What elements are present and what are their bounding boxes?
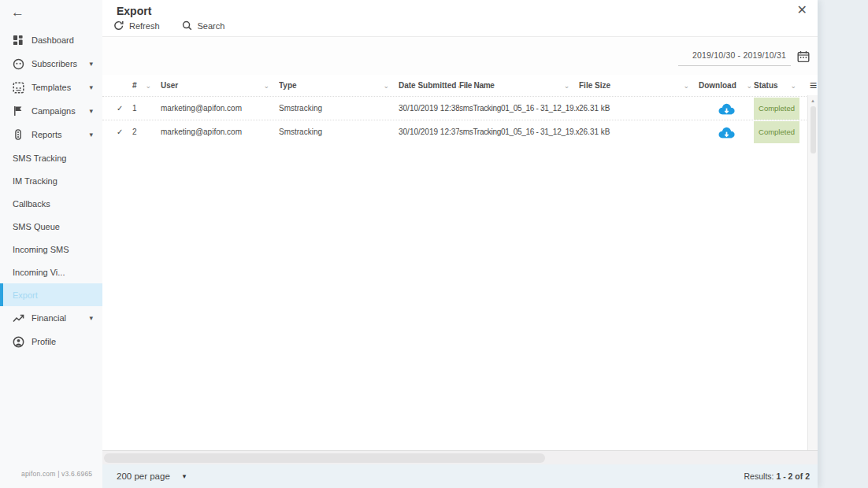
chevron-down-icon[interactable]: ⌄ — [746, 82, 752, 90]
sidebar-item-label: Incoming SMS — [13, 245, 69, 254]
per-page-dropdown[interactable]: 200 per page ▾ — [117, 471, 186, 481]
row-type: Smstracking — [279, 104, 399, 113]
pagination-footer: 200 per page ▾ Results: 1 - 2 of 2 — [102, 464, 818, 488]
search-button[interactable]: Search — [182, 20, 225, 31]
sidebar-item-label: Financial — [32, 313, 66, 323]
column-header-num[interactable]: # ⌄ — [132, 81, 161, 90]
column-header-file-name[interactable]: File Name ⌄ — [459, 81, 579, 90]
status-badge: Completed — [754, 98, 799, 120]
sidebar-item-label: IM Tracking — [13, 176, 57, 186]
column-header-file-size[interactable]: File Size ⌄ — [579, 81, 699, 90]
results-label: Results: — [744, 471, 774, 481]
sidebar-item-label: SMS Queue — [13, 222, 60, 231]
sidebar-item-incoming-viber[interactable]: Incoming Vi... — [0, 261, 102, 283]
row-file-size: 26.31 kB — [579, 104, 699, 113]
sidebar-item-financial[interactable]: Financial ▾ — [0, 306, 102, 330]
chevron-down-icon[interactable]: ▾ — [89, 60, 93, 68]
financial-chart-icon — [12, 312, 24, 324]
export-panel: Export Refresh Search ✕ 2019/10/30 - 201… — [102, 0, 818, 488]
row-file-name: smsTracking01_05_16 - 31_12_19.xlsx — [459, 104, 579, 113]
sidebar-item-label: Reports — [32, 130, 62, 139]
column-header-download[interactable]: Download ⌄ — [699, 81, 754, 90]
sidebar-item-label: Dashboard — [32, 35, 74, 45]
sidebar-item-sms-queue[interactable]: SMS Queue — [0, 215, 102, 238]
sidebar-item-reports[interactable]: Reports ▾ — [0, 123, 102, 146]
vertical-scrollbar-thumb[interactable] — [811, 106, 816, 153]
sidebar-item-export[interactable]: Export — [0, 283, 102, 306]
sidebar-item-label: Subscribers — [32, 59, 77, 68]
sidebar-item-label: Profile — [32, 337, 56, 346]
chevron-down-icon[interactable]: ▾ — [89, 131, 93, 139]
scroll-up-arrow-icon[interactable]: ▲ — [811, 98, 815, 103]
chevron-down-icon[interactable]: ⌄ — [564, 82, 569, 90]
chevron-down-icon[interactable]: ⌄ — [263, 82, 269, 90]
sidebar: ← Dashboard Subscribers ▾ Templates ▾ — [0, 0, 102, 488]
search-icon — [182, 20, 192, 31]
table-header-row: # ⌄ User ⌄ Type ⌄ Date Submitted ⌄... Fi… — [102, 75, 818, 96]
calendar-icon[interactable] — [797, 50, 810, 63]
chevron-down-icon[interactable]: ▾ — [89, 83, 93, 91]
chevron-down-icon[interactable]: ▾ — [89, 314, 93, 322]
sidebar-item-subscribers[interactable]: Subscribers ▾ — [0, 52, 102, 76]
panel-header: Export Refresh Search ✕ — [102, 0, 818, 37]
results-count: Results: 1 - 2 of 2 — [744, 471, 810, 481]
chevron-down-icon[interactable]: ⌄ — [683, 82, 689, 90]
dashboard-icon — [12, 34, 24, 46]
table-row[interactable]: ✓ 2 marketing@apifon.com Smstracking 30/… — [102, 120, 818, 143]
column-header-type[interactable]: Type ⌄ — [279, 81, 399, 90]
column-label: File Name — [459, 81, 495, 90]
row-type: Smstracking — [279, 128, 399, 136]
chevron-down-icon[interactable]: ⌄ — [790, 82, 796, 90]
sidebar-item-label: Incoming Vi... — [13, 268, 65, 277]
download-cloud-icon[interactable] — [717, 102, 736, 116]
templates-icon — [12, 81, 24, 94]
sidebar-item-templates[interactable]: Templates ▾ — [0, 76, 102, 99]
row-num: 2 — [132, 128, 161, 136]
app-version-text: apifon.com | v3.6.6965 — [21, 470, 92, 478]
back-arrow-icon[interactable]: ← — [11, 6, 24, 19]
sidebar-item-profile[interactable]: Profile — [0, 330, 102, 353]
results-value: 1 - 2 of 2 — [776, 471, 810, 481]
date-range-value[interactable]: 2019/10/30 - 2019/10/31 — [678, 50, 791, 66]
row-date-submitted: 30/10/2019 12:38 — [399, 104, 459, 113]
download-cloud-icon[interactable] — [717, 125, 736, 139]
row-check-icon[interactable]: ✓ — [117, 104, 132, 113]
sidebar-item-incoming-sms[interactable]: Incoming SMS — [0, 238, 102, 261]
sidebar-item-label: Templates — [32, 83, 71, 92]
column-header-date-submitted[interactable]: Date Submitted ⌄... — [399, 81, 459, 90]
row-user: marketing@apifon.com — [161, 128, 279, 136]
column-header-user[interactable]: User ⌄ — [161, 81, 279, 90]
horizontal-scrollbar[interactable] — [102, 450, 818, 464]
horizontal-scrollbar-thumb[interactable] — [104, 453, 545, 463]
row-check-icon[interactable]: ✓ — [117, 128, 132, 136]
vertical-scrollbar[interactable]: ▲ — [807, 95, 818, 450]
sidebar-item-callbacks[interactable]: Callbacks — [0, 192, 102, 215]
search-label: Search — [198, 21, 225, 31]
chevron-down-icon[interactable]: ▾ — [89, 107, 93, 115]
profile-icon — [12, 335, 24, 348]
date-range-picker[interactable]: 2019/10/30 - 2019/10/31 — [678, 50, 810, 66]
filter-row: 2019/10/30 - 2019/10/31 — [102, 37, 818, 75]
row-file-size: 26.31 kB — [579, 128, 699, 136]
column-settings-button[interactable]: ≡ — [799, 79, 818, 92]
page-title: Export — [117, 5, 151, 17]
sidebar-item-dashboard[interactable]: Dashboard — [0, 28, 102, 52]
sidebar-item-label: Campaigns — [32, 106, 76, 116]
table-row[interactable]: ✓ 1 marketing@apifon.com Smstracking 30/… — [102, 96, 818, 120]
sidebar-item-sms-tracking[interactable]: SMS Tracking — [0, 146, 102, 169]
sidebar-item-im-tracking[interactable]: IM Tracking — [0, 169, 102, 192]
row-num: 1 — [132, 104, 161, 113]
column-label: Status — [754, 81, 778, 90]
chevron-down-icon[interactable]: ⌄ — [383, 82, 389, 90]
sidebar-item-campaigns[interactable]: Campaigns ▾ — [0, 99, 102, 123]
refresh-icon — [113, 20, 124, 31]
close-icon[interactable]: ✕ — [797, 2, 807, 17]
reports-icon — [12, 128, 24, 141]
row-user: marketing@apifon.com — [161, 104, 279, 113]
per-page-value: 200 per page — [117, 471, 170, 481]
column-header-status[interactable]: Status ⌄ — [754, 81, 799, 90]
column-label: Date Submitted — [399, 81, 456, 90]
column-label: Type — [279, 81, 297, 90]
refresh-button[interactable]: Refresh — [113, 20, 160, 31]
chevron-down-icon[interactable]: ⌄ — [145, 82, 151, 90]
